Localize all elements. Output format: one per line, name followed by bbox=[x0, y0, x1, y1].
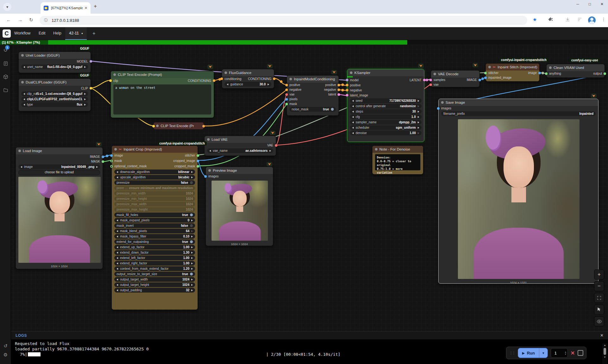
slot-mask-input[interactable]: mask bbox=[114, 159, 122, 163]
sidebar-settings-gear-icon[interactable]: ⚙ bbox=[0, 352, 11, 358]
node-title[interactable]: Unet Loader (GGUF) bbox=[19, 52, 91, 59]
widget-unet-name[interactable]: unet_nameflux1-fill-dev-Q8_0.gguf bbox=[21, 65, 88, 69]
slot-negative-input[interactable]: negative bbox=[350, 89, 362, 92]
slot-output[interactable]: output bbox=[593, 72, 602, 75]
widget-clip-name1[interactable]: clip_name1t5-v1_1-xxl-encoder-Q8_0.gguf bbox=[21, 91, 88, 96]
slot-stitcher-input[interactable]: stitcher bbox=[488, 71, 498, 75]
node-title[interactable]: ✂Inpaint Crop (Improved) bbox=[112, 146, 198, 153]
run-button[interactable]: ▶ Run bbox=[518, 351, 539, 355]
slot-samples-input[interactable]: samples bbox=[434, 78, 445, 82]
node-clip-text-encode[interactable]: CLIP Text Encode (Prompt) clip CONDITION… bbox=[111, 71, 214, 118]
slot-image-output[interactable]: IMAGE bbox=[90, 155, 100, 158]
drag-handle-icon[interactable]: ⋮⋮ bbox=[509, 351, 515, 355]
stop-icon[interactable] bbox=[578, 350, 583, 356]
slot-anything-input[interactable]: anything bbox=[549, 72, 561, 75]
widget-mask-expand-pixels[interactable]: mask_expand_pixels0 bbox=[114, 218, 195, 223]
slot-pixels-input[interactable]: pixels bbox=[289, 97, 298, 101]
menu-help[interactable]: Help bbox=[53, 31, 61, 35]
menu-edit[interactable]: Edit bbox=[39, 31, 46, 35]
slot-optional-context-mask-input[interactable]: optional_context_mask bbox=[114, 164, 147, 168]
scroll-up-icon[interactable]: ▲ bbox=[602, 343, 607, 347]
slot-positive-input[interactable]: positive bbox=[289, 83, 300, 87]
browser-tab[interactable]: [67%][7%] KSampler ✕ bbox=[41, 2, 91, 14]
url-text[interactable]: 127.0.0.1:8188 bbox=[52, 18, 79, 23]
slot-conditioning-output[interactable]: CONDITIONING bbox=[188, 79, 211, 83]
slot-image-output[interactable]: IMAGE bbox=[467, 78, 477, 82]
node-title[interactable]: Preview Image bbox=[206, 167, 273, 174]
slot-clip-input[interactable]: clip bbox=[113, 79, 118, 83]
back-icon[interactable]: ← bbox=[6, 17, 11, 22]
widget-extend-for-outpainting[interactable]: extend_for_outpaintingtrue bbox=[114, 239, 195, 244]
node-title[interactable]: CLIP Text Encode (Prompt) bbox=[111, 71, 214, 78]
slot-images-input[interactable]: images bbox=[441, 107, 451, 110]
new-tab-button[interactable]: + bbox=[94, 3, 97, 9]
node-preview-image[interactable]: Preview Image images 1024 × 1024 bbox=[206, 167, 273, 246]
sidebar-queue-icon[interactable] bbox=[0, 61, 11, 67]
widget-cfg[interactable]: cfg1.0 bbox=[350, 114, 421, 119]
widget-clip-name2[interactable]: clipLCLIPGFullFP32_zer0intVisionCLIPL.s … bbox=[21, 97, 88, 102]
slot-inpainted-image-input[interactable]: inpainted_image bbox=[488, 76, 511, 79]
site-info-icon[interactable]: ⓘ bbox=[44, 18, 48, 23]
widget-preresize[interactable]: preresizefalse bbox=[114, 180, 195, 185]
widget-denoise[interactable]: denoise1.00 bbox=[350, 131, 421, 135]
slot-mask-input[interactable]: mask bbox=[289, 102, 297, 106]
cancel-run-icon[interactable]: ✕ bbox=[571, 350, 575, 356]
fit-view-button[interactable] bbox=[594, 293, 604, 303]
slot-latent-output[interactable]: latent bbox=[328, 93, 336, 96]
window-maximize-button[interactable]: □ bbox=[589, 2, 591, 6]
node-title[interactable]: FluxGuidance bbox=[222, 69, 274, 76]
node-inpaint-stitch[interactable]: ✂Inpaint Stitch (Improved) stitcher imag… bbox=[485, 63, 540, 82]
widget-output-padding[interactable]: output_padding32 bbox=[114, 288, 195, 293]
node-clean-vram[interactable]: Clean VRAM Used anything output bbox=[546, 64, 605, 78]
widget-extend-up-factor[interactable]: extend_up_factor1.00 bbox=[114, 245, 195, 250]
node-ksampler[interactable]: KSampler model LATENT positive negative … bbox=[347, 69, 424, 142]
widget-extend-right-factor[interactable]: extend_right_factor1.00 bbox=[114, 261, 195, 266]
widget-filename-prefix[interactable]: filename_prefixInpainted bbox=[441, 111, 596, 116]
scrollbar-thumb[interactable] bbox=[604, 348, 606, 355]
prompt-textarea[interactable]: a woman on the street bbox=[113, 84, 211, 114]
node-vae-decode[interactable]: VAE Decode samples IMAGE vae bbox=[431, 70, 480, 87]
slot-image-output[interactable]: image bbox=[528, 71, 537, 75]
profile-avatar[interactable] bbox=[588, 16, 596, 24]
widget-extend-down-factor[interactable]: extend_down_factor1.30 bbox=[114, 250, 195, 255]
node-title[interactable]: KSampler bbox=[347, 69, 424, 76]
slot-clip-output[interactable]: CLIP bbox=[81, 87, 88, 90]
widget-mask-fill-holes[interactable]: mask_fill_holestrue bbox=[114, 213, 195, 217]
widget-mask-hipass-filter[interactable]: mask_hipass_filter0.10 bbox=[114, 234, 195, 239]
slot-model-output[interactable]: MODEL bbox=[77, 60, 88, 63]
node-title[interactable]: InpaintModelConditioning bbox=[287, 76, 339, 83]
logs-close-icon[interactable]: ✕ bbox=[600, 333, 604, 338]
window-minimize-button[interactable]: ─ bbox=[576, 2, 579, 6]
slot-positive-output[interactable]: positive bbox=[325, 83, 336, 87]
widget-type[interactable]: typeflux bbox=[21, 102, 88, 107]
sidebar-model-library-icon[interactable] bbox=[0, 74, 11, 81]
extensions-puzzle-icon[interactable] bbox=[548, 17, 553, 22]
widget-scheduler[interactable]: schedulersgm_uniform bbox=[350, 125, 421, 130]
node-title[interactable]: Save Image bbox=[439, 99, 598, 106]
bookmark-star-icon[interactable]: ★ bbox=[533, 17, 537, 22]
node-note-for-denoise[interactable]: Note - For Denoise Denoise: 0.6-0.75 = c… bbox=[372, 145, 423, 175]
slot-mask-output[interactable]: MASK bbox=[91, 160, 100, 163]
slot-conditioning-input[interactable]: conditioning bbox=[225, 77, 241, 81]
slot-cropped-mask-output[interactable]: cropped_mask bbox=[174, 164, 195, 168]
widget-guidance[interactable]: guidance30.0 bbox=[225, 82, 271, 87]
reading-list-icon[interactable] bbox=[577, 17, 582, 22]
widget-seed[interactable]: seed717399742265530 bbox=[350, 98, 421, 103]
forward-icon[interactable]: → bbox=[18, 17, 22, 22]
count-up-icon[interactable]: ▴ bbox=[565, 351, 566, 353]
node-clip-text-encode-collapsed[interactable]: CLIP Text Encode (Pr bbox=[153, 122, 204, 130]
batch-count-stepper[interactable]: 1 ▴ ▾ bbox=[551, 348, 568, 358]
node-inpaint-model-conditioning[interactable]: InpaintModelConditioning positive positi… bbox=[287, 75, 339, 116]
widget-context-from-mask-extend-factor[interactable]: context_from_mask_extend_factor1.20 bbox=[114, 266, 195, 271]
run-options-chevron-icon[interactable]: ▾ bbox=[539, 348, 548, 358]
window-close-button[interactable]: ✕ bbox=[600, 2, 604, 6]
node-title[interactable]: Load VAE bbox=[205, 136, 276, 143]
slot-latent-output[interactable]: LATENT bbox=[409, 78, 421, 82]
download-icon[interactable] bbox=[565, 17, 570, 22]
browser-menu-kebab-icon[interactable]: ⋮ bbox=[601, 17, 606, 22]
address-bar[interactable]: ⓘ 127.0.0.1:8188 bbox=[40, 16, 527, 25]
comfyui-logo[interactable]: C bbox=[3, 29, 11, 38]
node-title[interactable]: DualCLIPLoader (GGUF) bbox=[19, 79, 91, 86]
node-load-image[interactable]: Load Image IMAGE MASK imageInpainted_000… bbox=[16, 147, 103, 269]
node-dualclip-loader[interactable]: DualCLIPLoader (GGUF) CLIP clip_name1t5-… bbox=[18, 78, 91, 111]
